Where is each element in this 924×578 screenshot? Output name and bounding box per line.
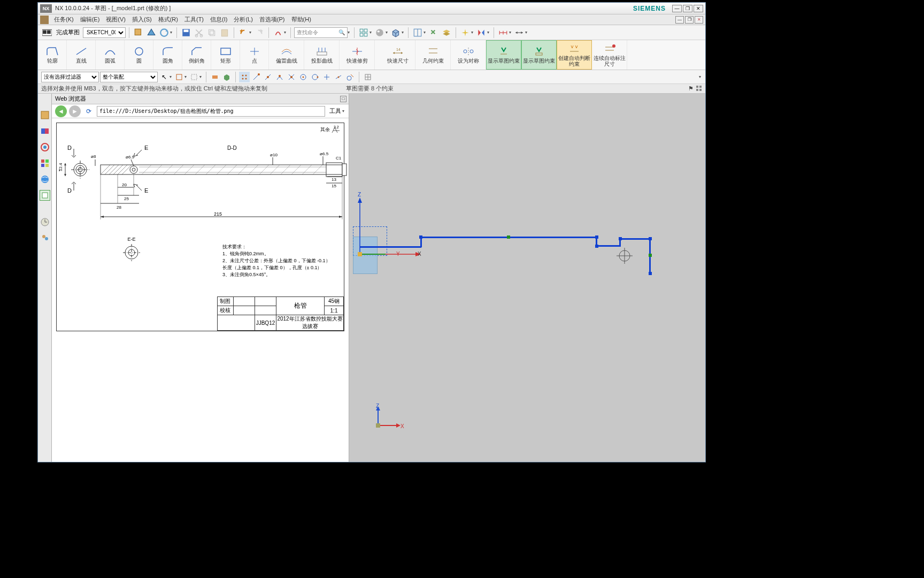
snap-solid-icon[interactable] (221, 72, 232, 82)
rib-offset-curve[interactable]: 偏置曲线 (269, 40, 304, 70)
rib-show-constraint1[interactable]: 显示草图约束 (486, 40, 521, 70)
sketch-point[interactable] (649, 237, 652, 240)
sel-box-dropdown[interactable]: ▾ (184, 74, 187, 79)
update-icon[interactable] (158, 27, 170, 39)
menu-task[interactable]: 任务(K) (51, 14, 77, 25)
url-input[interactable] (97, 106, 325, 117)
sel-cross-dropdown[interactable]: ▾ (199, 74, 202, 79)
render-style-icon[interactable] (374, 27, 386, 39)
snap-intersect-icon[interactable] (286, 72, 297, 82)
rib-fillet[interactable]: 圆角 (153, 40, 182, 70)
sketch-seg-8[interactable] (619, 238, 650, 240)
snap-ctrl-icon[interactable] (274, 72, 285, 82)
window-layout-dropdown[interactable]: ▾ (424, 30, 426, 35)
menu-tools[interactable]: 工具(T) (181, 14, 207, 25)
rail-part-icon[interactable] (40, 126, 50, 136)
sketch-point[interactable] (619, 237, 622, 240)
rail-active-icon[interactable] (40, 190, 50, 201)
menu-analyze[interactable]: 分析(L) (230, 14, 256, 25)
mirror-icon[interactable] (475, 27, 487, 39)
minimize-button[interactable]: — (672, 5, 682, 12)
rib-quick-trim[interactable]: 快速修剪 (340, 40, 375, 70)
toolbar-overflow[interactable]: ▾ (699, 74, 701, 79)
rib-make-symmetric[interactable]: 设为对称 (451, 40, 486, 70)
sel-cursor-dropdown[interactable]: ▾ (170, 74, 172, 79)
sketch-select[interactable]: SKETCH_000 (83, 27, 126, 38)
rib-geo-constraint[interactable]: 几何约束 (415, 40, 451, 70)
rib-rectangle[interactable]: 矩形 (211, 40, 240, 70)
sel-cross-icon[interactable] (189, 72, 199, 82)
menu-help[interactable]: 帮助(H) (288, 14, 314, 25)
finish-sketch-label[interactable]: 完成草图 (56, 28, 80, 36)
touch-icon[interactable] (272, 27, 284, 39)
selection-filter[interactable]: 没有选择过滤器 (41, 72, 99, 82)
sketch-point[interactable] (595, 245, 598, 248)
browser-tools-dropdown[interactable]: ▾ (342, 109, 344, 113)
undo-icon[interactable] (237, 27, 249, 39)
sel-cursor-icon[interactable]: ↖ (159, 72, 170, 82)
rib-rapid-dim[interactable]: 14快速尺寸 (380, 40, 415, 70)
snap-quad-icon[interactable] (310, 72, 320, 82)
doc-minimize-button[interactable]: — (675, 16, 684, 24)
snap-existing-icon[interactable] (321, 72, 332, 82)
snap-point-icon[interactable] (239, 72, 250, 82)
box-dropdown[interactable]: ▾ (402, 30, 404, 35)
snap-center-icon[interactable] (298, 72, 309, 82)
grid-icon[interactable] (696, 85, 702, 93)
sketch-point[interactable] (649, 272, 652, 275)
command-search[interactable]: 查找命令🔍 (294, 27, 348, 38)
orient-icon[interactable] (145, 27, 157, 39)
menu-edit[interactable]: 编辑(E) (77, 14, 103, 25)
rail-roles-icon[interactable] (40, 233, 50, 244)
layers-icon[interactable] (441, 27, 452, 39)
save-icon[interactable] (180, 27, 192, 39)
sketch-point[interactable] (595, 235, 598, 239)
dim-horiz-icon[interactable] (513, 27, 525, 39)
sketch-canvas[interactable]: Z Y X (349, 94, 705, 462)
dim-chain-icon[interactable] (497, 27, 509, 39)
refresh-button[interactable]: ⟳ (83, 105, 95, 117)
view-grid-icon[interactable] (358, 27, 369, 39)
menu-info[interactable]: 信息(I) (207, 14, 230, 25)
window-layout-icon[interactable] (412, 27, 424, 39)
tools-icon[interactable] (428, 27, 440, 39)
back-button[interactable]: ◄ (55, 105, 67, 117)
doc-restore-button[interactable]: ❐ (685, 16, 694, 24)
finish-sketch-icon[interactable] (41, 27, 53, 39)
paste-icon[interactable] (219, 27, 230, 39)
reattach-icon[interactable] (133, 27, 144, 39)
browser-tools[interactable]: 工具 (329, 107, 341, 115)
rib-auto-constraint[interactable]: 创建自动判断约束 (557, 40, 592, 70)
render-style-dropdown[interactable]: ▾ (386, 30, 388, 35)
assembly-filter[interactable]: 整个装配 (100, 72, 158, 82)
rib-circle[interactable]: 圆 (125, 40, 153, 70)
update-dropdown[interactable]: ▾ (170, 30, 172, 35)
menu-format[interactable]: 格式(R) (155, 14, 181, 25)
sparkle-icon[interactable] (459, 27, 471, 39)
sketch-seg-1[interactable] (360, 246, 389, 248)
sparkle-dropdown[interactable]: ▾ (471, 30, 473, 35)
rail-palette-icon[interactable] (40, 158, 50, 169)
sketch-midpoint[interactable] (507, 235, 510, 239)
sketch-seg-6[interactable] (596, 245, 620, 247)
redo-icon[interactable] (253, 27, 265, 39)
undo-dropdown[interactable]: ▾ (249, 30, 251, 35)
search-dropdown[interactable]: ▾ (348, 30, 350, 35)
menu-start-icon[interactable] (40, 16, 49, 24)
rail-history-icon[interactable] (40, 217, 50, 227)
table-icon[interactable] (363, 72, 373, 82)
rib-show-constraint2[interactable]: 显示草图约束 (521, 40, 557, 70)
rib-profile[interactable]: 轮廓 (38, 40, 67, 70)
box-icon[interactable] (390, 27, 402, 39)
sketch-seg-2[interactable] (388, 246, 421, 248)
snap-mid-icon[interactable] (263, 72, 273, 82)
dim-horiz-dropdown[interactable]: ▾ (525, 30, 527, 35)
snap-oncurve-icon[interactable] (333, 72, 344, 82)
sketch-point[interactable] (419, 235, 422, 239)
sel-box-icon[interactable] (174, 72, 184, 82)
rib-project-curve[interactable]: 投影曲线 (304, 40, 340, 70)
menu-prefs[interactable]: 首选项(P) (256, 14, 288, 25)
rail-reuse-icon[interactable] (40, 142, 50, 153)
rib-arc[interactable]: 圆弧 (96, 40, 125, 70)
rail-navigator-icon[interactable] (40, 110, 50, 120)
